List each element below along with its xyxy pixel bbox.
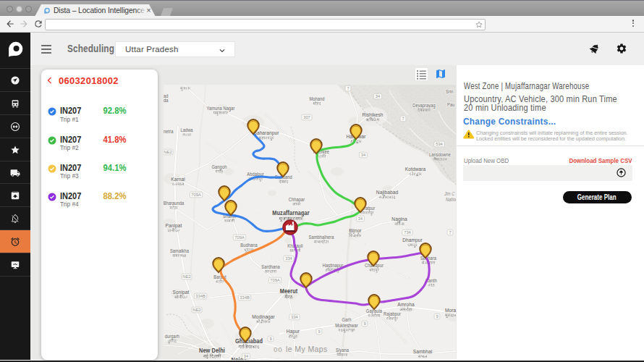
svg-text:New Delhi: New Delhi <box>199 347 225 354</box>
app-window: Scheduling Uttar Pradesh Yamuna NagarLad… <box>0 33 644 360</box>
sidebar-item-archive[interactable] <box>0 183 30 206</box>
svg-text:Rishikesh: Rishikesh <box>362 111 383 118</box>
change-constraints-link[interactable]: Change Constraints... <box>463 116 556 127</box>
generate-plan-button[interactable]: Generate Plan <box>563 191 632 203</box>
upload-file-input[interactable] <box>463 165 632 181</box>
address-bar[interactable] <box>45 19 486 30</box>
svg-text:9: 9 <box>436 314 438 319</box>
notifications-off-icon <box>10 214 20 224</box>
svg-text:9: 9 <box>318 329 320 334</box>
sidebar <box>0 33 30 360</box>
divider <box>457 146 644 146</box>
reload-button[interactable] <box>33 19 43 29</box>
svg-text:Muzaffarnagar: Muzaffarnagar <box>272 209 310 216</box>
notifications-icon[interactable] <box>589 43 601 54</box>
svg-text:334B: 334B <box>195 294 206 298</box>
monitor-icon <box>10 260 20 270</box>
svg-text:NE2: NE2 <box>164 150 171 154</box>
window-close-button[interactable] <box>7 6 13 12</box>
region-dropdown[interactable]: Uttar Pradesh <box>115 41 235 57</box>
browser-menu-icon[interactable] <box>632 20 635 29</box>
tab-close-icon[interactable]: × <box>145 7 153 14</box>
svg-text:Siyana: Siyana <box>336 348 349 353</box>
sidebar-item-swap[interactable] <box>0 114 30 138</box>
sidebar-item-navigation[interactable] <box>0 68 30 91</box>
trip-status-icon <box>48 164 56 173</box>
trip-row[interactable]: IN207Trip #241.8% <box>41 134 158 157</box>
trip-percentage: 92.8% <box>103 106 127 116</box>
sidebar-item-alarm[interactable] <box>0 230 30 253</box>
browser-titlebar[interactable]: Dista – Location Intelligence Pl × <box>0 1 644 16</box>
svg-text:Garh: Garh <box>342 317 352 322</box>
window-minimize-button[interactable] <box>16 6 22 12</box>
svg-text:34: 34 <box>361 153 366 157</box>
sidebar-item-vehicle-front[interactable] <box>0 91 30 114</box>
map[interactable]: Yamuna NagarLadwaMohandRishikeshDevapray… <box>164 85 456 360</box>
window-zoom-button[interactable] <box>25 6 32 12</box>
sidebar-item-notifications-off[interactable] <box>0 206 30 230</box>
browser-toolbar <box>0 16 644 33</box>
settings-gear-icon[interactable] <box>616 43 627 54</box>
vehicle-front-icon <box>10 98 20 109</box>
trip-row[interactable]: IN207Trip #488.2% <box>41 190 158 214</box>
sidebar-item-shipping[interactable] <box>0 161 30 184</box>
alarm-icon <box>10 237 20 247</box>
logo-block[interactable] <box>0 33 30 68</box>
trip-vehicle-id: IN207 <box>60 163 81 173</box>
warehouse-marker[interactable] <box>283 220 297 235</box>
svg-text:709A: 709A <box>234 235 245 240</box>
svg-text:Sambhal: Sambhal <box>413 348 433 355</box>
svg-text:34: 34 <box>376 94 381 98</box>
chevron-down-icon <box>219 47 226 54</box>
trip-number: Trip #1 <box>60 116 79 123</box>
back-chevron-icon[interactable] <box>46 76 54 85</box>
svg-text:34: 34 <box>244 354 249 358</box>
upload-icon[interactable] <box>617 168 626 177</box>
back-button[interactable] <box>5 19 15 29</box>
svg-text:Yamuna Nagar: Yamuna Nagar <box>207 106 236 111</box>
svg-text:734: 734 <box>404 230 411 235</box>
download-sample-csv-link[interactable]: Download Sample CSV <box>569 156 632 164</box>
navigation-icon <box>10 75 20 85</box>
bookmark-star-icon[interactable] <box>475 21 483 28</box>
dista-favicon-icon <box>43 7 51 14</box>
shipping-icon <box>10 168 20 178</box>
browser-tab[interactable]: Dista – Location Intelligence Pl × <box>35 4 156 17</box>
trip-panel: 06032018002 IN207Trip #192.8%IN207Trip #… <box>41 70 158 360</box>
forward-button[interactable] <box>19 19 29 29</box>
app-header: Scheduling Uttar Pradesh <box>30 33 644 65</box>
map-view-icon[interactable] <box>435 68 446 80</box>
new-tab-button[interactable] <box>161 8 173 16</box>
list-view-icon[interactable] <box>415 68 428 80</box>
warehouse-title: West Zone | Mujaffarnagar Warehouse <box>464 81 589 91</box>
svg-text:Lansdowne: Lansdowne <box>429 152 451 157</box>
svg-text:Karnal: Karnal <box>171 176 185 182</box>
hamburger-menu-icon[interactable] <box>41 45 51 54</box>
google-attribution-prefix: oo <box>274 345 282 353</box>
svg-text:334: 334 <box>285 256 292 261</box>
trip-row[interactable]: IN207Trip #192.8% <box>41 105 158 128</box>
svg-text:Bharaunda: Bharaunda <box>164 201 184 206</box>
svg-text:NE2: NE2 <box>192 308 200 312</box>
svg-text:durgarh: durgarh <box>165 334 179 340</box>
trip-percentage: 88.2% <box>103 191 127 201</box>
session-id: 06032018002 <box>59 75 119 86</box>
svg-text:Meerut: Meerut <box>280 287 298 295</box>
sidebar-item-monitor[interactable] <box>0 253 30 276</box>
svg-text:Amroha: Amroha <box>397 301 415 308</box>
svg-text:Jim C: Jim C <box>444 191 454 196</box>
svg-text:Kotdwara: Kotdwara <box>405 166 426 172</box>
tab-title: Dista – Location Intelligence Pl <box>54 4 146 17</box>
svg-text:7: 7 <box>347 86 349 90</box>
trip-row[interactable]: IN207Trip #394.1% <box>41 162 158 185</box>
svg-text:Mohand: Mohand <box>309 96 324 101</box>
map-canvas[interactable]: Yamuna NagarLadwaMohandRishikeshDevapray… <box>164 85 456 360</box>
generate-plan-label: Generate Plan <box>577 191 617 203</box>
svg-text:Chhapar: Chhapar <box>289 197 305 203</box>
svg-text:Budhana: Budhana <box>240 243 258 248</box>
svg-text:Nagina: Nagina <box>391 216 407 222</box>
warning-text-line2: Locked entities will be reconsidered for… <box>476 135 626 142</box>
sidebar-item-favorites[interactable] <box>0 138 30 161</box>
trip-status-icon <box>48 193 56 201</box>
svg-text:NE2: NE2 <box>182 274 190 279</box>
